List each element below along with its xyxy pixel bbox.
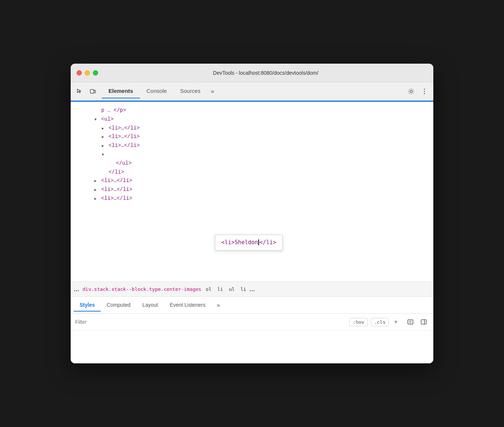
dom-line-ul[interactable]: ▼ <ul> (71, 115, 433, 124)
title-bar: DevTools - localhost:8080/docs/devtools/… (71, 64, 433, 82)
breadcrumb-bar: … div.stack.stack--block.type.center-ima… (71, 282, 433, 297)
add-style-button[interactable]: + (392, 317, 402, 327)
dom-line-li-2[interactable]: ▶ <li>…</li> (71, 132, 433, 141)
dom-line-li-7[interactable]: ▶ <li>…</li> (71, 194, 433, 203)
styles-tabs: Styles Computed Layout Event Listeners » (71, 297, 433, 314)
devtools-toolbar: Elements Console Sources » (71, 82, 433, 101)
breadcrumb-sep-3 (225, 286, 227, 292)
more-options-icon[interactable] (419, 85, 430, 97)
svg-point-3 (424, 88, 425, 90)
tab-sources[interactable]: Sources (174, 84, 207, 98)
svg-point-2 (410, 90, 412, 93)
traffic-lights (77, 70, 98, 75)
svg-rect-1 (94, 90, 95, 93)
expand-triangle[interactable]: ▶ (100, 134, 105, 140)
window-title: DevTools - localhost:8080/docs/devtools/… (104, 70, 427, 76)
breadcrumb-path[interactable]: div.stack.stack--block.type.center-image… (83, 286, 201, 292)
dom-line-close-ul: </ul> (71, 159, 433, 168)
devtools-window: DevTools - localhost:8080/docs/devtools/… (71, 64, 433, 363)
breadcrumb-dots[interactable]: … (74, 286, 80, 293)
filter-bar: :hov .cls + (71, 314, 433, 330)
dom-line-p[interactable]: p … </p> (71, 106, 433, 115)
svg-point-5 (424, 93, 425, 94)
tab-styles[interactable]: Styles (74, 299, 101, 312)
inspect-icon[interactable] (74, 85, 85, 97)
expand-triangle[interactable]: ▶ (93, 196, 98, 202)
expand-triangle[interactable]: ▶ (93, 178, 98, 184)
dom-line-li-3[interactable]: ▶ <li>…</li> (71, 141, 433, 150)
dom-line-li-1[interactable]: ▶ <li>…</li> (71, 124, 433, 133)
breadcrumb-ol[interactable]: ol (206, 286, 212, 292)
tab-event-listeners[interactable]: Event Listeners (164, 299, 212, 312)
dom-tree: p … </p> ▼ <ul> ▶ <li>…</li> ▶ <li>…</li… (71, 101, 433, 282)
breadcrumb-sep-4 (237, 286, 238, 292)
dom-line-close-li: </li> (71, 168, 433, 177)
expand-triangle-active[interactable]: ▼ (100, 152, 105, 158)
more-tabs-button[interactable]: » (207, 85, 218, 98)
svg-text:+: + (394, 319, 397, 325)
inline-editor[interactable]: <li>Sheldon</li> (215, 235, 283, 251)
device-icon[interactable] (87, 85, 99, 97)
minimize-button[interactable] (85, 70, 90, 75)
tab-console[interactable]: Console (140, 84, 174, 98)
toolbar-icons (74, 85, 99, 97)
tab-elements[interactable]: Elements (102, 84, 140, 98)
tab-layout[interactable]: Layout (137, 299, 164, 312)
toolbar-right (405, 85, 430, 97)
devtools-tabs: Elements Console Sources » (102, 84, 405, 98)
breadcrumb-more[interactable]: … (249, 286, 255, 293)
expand-triangle[interactable]: ▶ (100, 125, 105, 132)
expand-triangle[interactable]: ▶ (93, 187, 98, 193)
close-button[interactable] (77, 70, 82, 75)
expand-triangle[interactable]: ▶ (100, 143, 105, 149)
hov-button[interactable]: :hov (349, 318, 367, 326)
maximize-button[interactable] (93, 70, 98, 75)
breadcrumb-li[interactable]: li (217, 286, 223, 292)
dom-line-li-5[interactable]: ▶ <li>…</li> (71, 176, 433, 185)
new-style-rule-button[interactable] (405, 317, 416, 327)
breadcrumb-sep-2 (214, 286, 215, 292)
styles-more-tabs[interactable]: » (213, 299, 224, 312)
tab-computed[interactable]: Computed (101, 299, 137, 312)
breadcrumb-li-2[interactable]: li (241, 286, 246, 292)
cls-button[interactable]: .cls (371, 318, 389, 326)
svg-point-4 (424, 91, 425, 92)
collapse-triangle[interactable]: ▼ (93, 117, 98, 123)
breadcrumb-ul[interactable]: ul (229, 286, 235, 292)
filter-input[interactable] (75, 319, 346, 325)
styles-panel: Styles Computed Layout Event Listeners »… (71, 297, 433, 363)
toggle-sidebar-button[interactable] (419, 317, 429, 327)
dom-line-li-4-active[interactable]: ▼ <li>Sheldon</li> (71, 150, 433, 159)
settings-icon[interactable] (405, 85, 417, 97)
svg-rect-0 (90, 90, 94, 93)
dom-line-li-6[interactable]: ▶ <li>…</li> (71, 185, 433, 194)
